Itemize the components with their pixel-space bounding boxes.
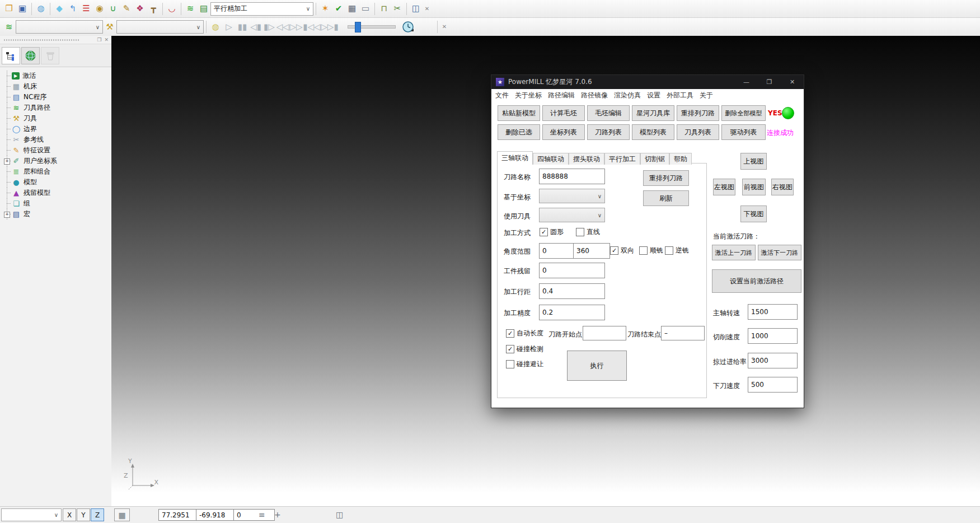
block-edit-button[interactable]: 毛坯编辑 bbox=[587, 105, 630, 121]
tool-select-dropdown[interactable]: ∨ bbox=[116, 20, 204, 34]
reorder-toolpaths-button[interactable]: 重排列刀路 bbox=[677, 105, 719, 121]
tree-item-activate[interactable]: ▶ 激活 bbox=[3, 71, 111, 81]
tree-item-boundaries[interactable]: ◯ 边界 bbox=[3, 124, 111, 134]
delete-all-models-button[interactable]: 删除全部模型 bbox=[721, 105, 766, 121]
tab-recycle-bin[interactable] bbox=[41, 47, 59, 64]
split-panes-icon[interactable]: ◫ bbox=[336, 510, 343, 519]
bidirectional-checkbox[interactable]: 双向 bbox=[610, 246, 634, 255]
checkbox[interactable] bbox=[576, 228, 584, 236]
fast-forward-icon[interactable]: ▷▷ bbox=[289, 20, 303, 34]
activate-prev-toolpath-button[interactable]: 激活上一刀路 bbox=[712, 245, 756, 260]
clock-icon[interactable] bbox=[401, 20, 415, 34]
cylinder-pair-icon[interactable]: ◫ bbox=[409, 2, 423, 16]
verify-icon[interactable]: ✔ bbox=[332, 2, 345, 16]
tab-saw[interactable]: 切割锯 bbox=[640, 153, 669, 165]
orientation-icon[interactable]: + bbox=[274, 510, 281, 519]
strategy-dropdown[interactable]: 平行精加工 ∨ bbox=[210, 2, 313, 16]
drive-list-button[interactable]: 驱动列表 bbox=[721, 124, 766, 140]
auto-length-checkbox[interactable]: 自动长度 bbox=[506, 329, 543, 338]
menu-about[interactable]: 关于 bbox=[700, 91, 713, 100]
tool-list-button[interactable]: 刀具列表 bbox=[677, 124, 719, 140]
checkbox[interactable] bbox=[610, 246, 618, 255]
mode-circle-checkbox[interactable]: 圆形 bbox=[540, 227, 564, 237]
tree-item-groups[interactable]: ❏ 组 bbox=[3, 198, 111, 209]
axis-x-button[interactable]: X bbox=[63, 508, 76, 521]
tool-library-button[interactable]: 星河刀具库 bbox=[632, 105, 674, 121]
toolbar-close-icon[interactable]: ✕ bbox=[423, 2, 432, 16]
mode-line-checkbox[interactable]: 直线 bbox=[576, 227, 600, 237]
view-front-button[interactable]: 前视图 bbox=[742, 179, 766, 195]
stock-input[interactable]: 0 bbox=[539, 263, 605, 278]
tree-item-workplanes[interactable]: + ✐ 用户坐标系 bbox=[3, 156, 111, 166]
toolpath-name-input[interactable]: 888888 bbox=[539, 169, 605, 184]
tolerance-input[interactable]: 0.2 bbox=[539, 305, 605, 320]
drag-grip[interactable] bbox=[4, 39, 79, 41]
coordinate-z-input[interactable]: 0 bbox=[233, 509, 275, 521]
open-project-icon[interactable]: ❐ bbox=[2, 2, 16, 16]
cutting-feed-input[interactable]: 1000 bbox=[748, 328, 798, 344]
set-active-path-button[interactable]: 设置当前激活路径 bbox=[712, 269, 801, 293]
paste-model-button[interactable]: 粘贴新模型 bbox=[498, 105, 540, 121]
toolbar-close-icon[interactable]: ✕ bbox=[440, 20, 449, 34]
block-icon[interactable]: ◆ bbox=[53, 2, 66, 16]
panel-header[interactable]: ❐ ✕ bbox=[0, 36, 111, 44]
checkbox[interactable] bbox=[639, 246, 648, 255]
menu-coordinates[interactable]: 关于坐标 bbox=[515, 91, 542, 100]
view-top-button[interactable]: 上视图 bbox=[740, 153, 767, 170]
spindle-speed-input[interactable]: 1500 bbox=[748, 304, 798, 320]
tree-item-nc-programs[interactable]: ▤ NC程序 bbox=[3, 92, 111, 102]
menu-settings[interactable]: 设置 bbox=[647, 91, 660, 100]
measure-icon[interactable]: ▭ bbox=[359, 2, 372, 16]
skim-feed-input[interactable]: 3000 bbox=[748, 353, 798, 368]
ball-cutter-icon[interactable]: ◡ bbox=[165, 2, 179, 16]
plunge-feed-input[interactable]: 500 bbox=[748, 377, 798, 393]
step-forward-icon[interactable]: ▮▷ bbox=[262, 20, 276, 34]
refresh-button[interactable]: 刷新 bbox=[643, 190, 689, 206]
climb-mill-checkbox[interactable]: 顺铣 bbox=[639, 246, 663, 255]
workplane-dropdown[interactable]: ∨ bbox=[1, 508, 62, 521]
coordinate-list-button[interactable]: 坐标列表 bbox=[542, 124, 585, 140]
checkbox[interactable] bbox=[540, 228, 548, 236]
view-right-button[interactable]: 右视图 bbox=[771, 179, 794, 195]
tab-tilt-head[interactable]: 摆头联动 bbox=[569, 153, 604, 165]
angle-from-input[interactable]: 0 bbox=[539, 243, 576, 259]
coordinate-y-input[interactable]: -69.918 bbox=[196, 509, 237, 521]
start-point-input[interactable] bbox=[583, 326, 626, 340]
tab-parallel[interactable]: 平行加工 bbox=[604, 153, 640, 165]
menu-external-tools[interactable]: 外部工具 bbox=[667, 91, 693, 100]
tree-item-macros[interactable]: + ▤ 宏 bbox=[3, 209, 111, 220]
step-back-icon[interactable]: ◁▮ bbox=[249, 20, 262, 34]
strategy-list-icon[interactable]: ▤ bbox=[197, 2, 210, 16]
checkbox[interactable] bbox=[506, 329, 514, 338]
tab-globe[interactable] bbox=[21, 47, 40, 64]
tree-item-machine-tool[interactable]: ▦ 机床 bbox=[3, 81, 111, 92]
coordinate-x-input[interactable]: 77.2951 bbox=[158, 509, 200, 521]
tree-item-feature-sets[interactable]: ✎ 特征设置 bbox=[3, 145, 111, 156]
toolpath-select-dropdown[interactable]: ∨ bbox=[16, 20, 103, 34]
menu-path-edit[interactable]: 路径编辑 bbox=[548, 91, 575, 100]
boundary-icon[interactable]: ∪ bbox=[106, 2, 120, 16]
end-point-input[interactable]: – bbox=[661, 326, 705, 340]
slider-handle[interactable] bbox=[355, 22, 361, 32]
angle-to-input[interactable]: 360 bbox=[573, 243, 610, 259]
rapid-height-icon[interactable]: ↰ bbox=[66, 2, 79, 16]
execute-button[interactable]: 执行 bbox=[567, 351, 627, 381]
grid-toggle-button[interactable]: ▦ bbox=[114, 508, 130, 521]
toolpath-list-button[interactable]: 刀路列表 bbox=[587, 124, 630, 140]
holder-pair-icon[interactable]: ⊓ bbox=[377, 2, 391, 16]
menu-render-sim[interactable]: 渲染仿真 bbox=[614, 91, 641, 100]
simulation-speed-slider[interactable] bbox=[348, 25, 396, 29]
calculator-icon[interactable]: ▦ bbox=[345, 2, 359, 16]
expand-toggle[interactable]: + bbox=[4, 158, 10, 165]
pattern-icon[interactable]: ❖ bbox=[133, 2, 147, 16]
axis-z-button[interactable]: Z bbox=[91, 508, 104, 521]
tool-holder-icon[interactable]: ┳ bbox=[147, 2, 160, 16]
delete-selected-button[interactable]: 删除已选 bbox=[498, 124, 540, 140]
go-to-start-icon[interactable]: ▮◁◁ bbox=[303, 20, 321, 34]
print-data-icon[interactable]: ◍ bbox=[34, 2, 48, 16]
tree-item-levels-and-sets[interactable]: ≣ 层和组合 bbox=[3, 166, 111, 177]
collision-check-checkbox[interactable]: 碰撞检测 bbox=[506, 344, 543, 354]
tree-item-patterns[interactable]: ✂ 参考线 bbox=[3, 134, 111, 145]
conventional-mill-checkbox[interactable]: 逆铣 bbox=[665, 246, 689, 255]
compute-block-button[interactable]: 计算毛坯 bbox=[542, 105, 585, 121]
